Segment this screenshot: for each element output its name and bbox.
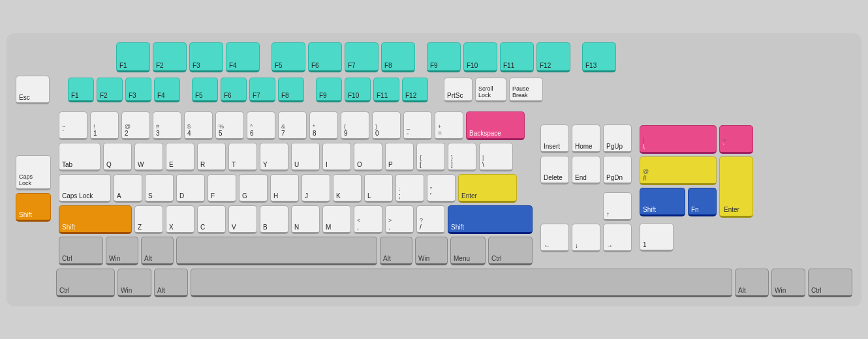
key-0[interactable]: )0 bbox=[372, 111, 401, 140]
key-f4[interactable]: F4 bbox=[154, 78, 180, 102]
key-slash[interactable]: ?/ bbox=[416, 205, 445, 234]
key-pause-break[interactable]: PauseBreak bbox=[509, 78, 543, 102]
key-extra-f2[interactable]: F2 bbox=[153, 42, 187, 72]
key-v[interactable]: V bbox=[228, 205, 257, 234]
key-space[interactable] bbox=[176, 237, 377, 265]
key-1[interactable]: !1 bbox=[90, 111, 119, 140]
key-ctrl-left-2[interactable]: Ctrl bbox=[56, 269, 115, 297]
key-7[interactable]: &7 bbox=[278, 111, 307, 140]
key-shift-left[interactable]: Shift bbox=[59, 205, 132, 234]
key-extra-f3[interactable]: F3 bbox=[189, 42, 223, 72]
key-extra-f5[interactable]: F5 bbox=[271, 42, 305, 72]
key-pgup[interactable]: PgUp bbox=[603, 125, 632, 153]
key-minus[interactable]: _- bbox=[403, 111, 432, 140]
key-9[interactable]: (9 bbox=[341, 111, 369, 140]
key-w[interactable]: W bbox=[134, 143, 163, 171]
key-insert[interactable]: Insert bbox=[540, 125, 569, 153]
key-tab[interactable]: Tab bbox=[59, 143, 101, 171]
key-a[interactable]: A bbox=[114, 174, 142, 203]
key-caps-lock-left[interactable]: CapsLock bbox=[16, 155, 51, 190]
key-alt-right[interactable]: Alt bbox=[380, 237, 412, 265]
key-arrow-down[interactable]: ↓ bbox=[572, 224, 600, 252]
key-alt-right-2[interactable]: Alt bbox=[735, 269, 769, 297]
key-pipe-right[interactable]: |\ bbox=[640, 125, 717, 154]
key-win-right[interactable]: Win bbox=[415, 237, 448, 265]
key-arrow-left[interactable]: ← bbox=[540, 224, 569, 252]
key-arrow-right[interactable]: → bbox=[603, 224, 632, 252]
key-win-right-2[interactable]: Win bbox=[771, 269, 805, 297]
key-comma[interactable]: <, bbox=[354, 205, 382, 234]
key-caps-lock[interactable]: Caps Lock bbox=[59, 174, 111, 203]
key-extra-f7[interactable]: F7 bbox=[345, 42, 379, 72]
key-shift-right[interactable]: Shift bbox=[448, 205, 533, 234]
key-arrow-up[interactable]: ↑ bbox=[603, 192, 632, 221]
key-2[interactable]: @2 bbox=[121, 111, 150, 140]
key-period[interactable]: >. bbox=[385, 205, 414, 234]
key-quote[interactable]: "' bbox=[427, 174, 456, 203]
key-end[interactable]: End bbox=[572, 156, 600, 184]
key-scroll-lock[interactable]: ScrollLock bbox=[475, 78, 506, 102]
key-r[interactable]: R bbox=[197, 143, 226, 171]
key-win-left[interactable]: Win bbox=[106, 237, 138, 265]
key-b[interactable]: B bbox=[260, 205, 288, 234]
key-5[interactable]: %5 bbox=[215, 111, 244, 140]
key-f5[interactable]: F5 bbox=[192, 78, 218, 102]
key-extra-f13[interactable]: F13 bbox=[582, 42, 616, 72]
key-ctrl-left[interactable]: Ctrl bbox=[59, 237, 103, 265]
key-f11[interactable]: F11 bbox=[373, 78, 399, 102]
key-s[interactable]: S bbox=[145, 174, 174, 203]
key-f[interactable]: F bbox=[208, 174, 236, 203]
key-g[interactable]: G bbox=[239, 174, 268, 203]
key-enter-right[interactable]: Enter bbox=[719, 156, 753, 218]
key-rbracket[interactable]: }] bbox=[448, 143, 476, 171]
key-ctrl-right-2[interactable]: Ctrl bbox=[808, 269, 852, 297]
key-extra-f4[interactable]: F4 bbox=[226, 42, 260, 72]
key-i[interactable]: I bbox=[322, 143, 351, 171]
key-q[interactable]: Q bbox=[103, 143, 132, 171]
key-home[interactable]: Home bbox=[572, 125, 600, 153]
key-win-left-2[interactable]: Win bbox=[117, 269, 151, 297]
key-enter-main[interactable]: Enter bbox=[458, 174, 517, 203]
key-equals[interactable]: += bbox=[435, 111, 463, 140]
key-pgdn[interactable]: PgDn bbox=[603, 156, 632, 184]
key-f3[interactable]: F3 bbox=[125, 78, 151, 102]
key-prtsc[interactable]: PrtSc bbox=[444, 78, 473, 102]
key-shift-left-extra[interactable]: Shift bbox=[16, 193, 51, 222]
key-f12[interactable]: F12 bbox=[402, 78, 428, 102]
key-4[interactable]: $4 bbox=[184, 111, 213, 140]
key-n[interactable]: N bbox=[291, 205, 320, 234]
key-z[interactable]: Z bbox=[134, 205, 163, 234]
key-delete[interactable]: Delete bbox=[540, 156, 569, 184]
key-6[interactable]: ^6 bbox=[247, 111, 275, 140]
key-alt-left-2[interactable]: Alt bbox=[154, 269, 188, 297]
key-extra-f12[interactable]: F12 bbox=[536, 42, 570, 72]
key-backspace[interactable]: Backspace bbox=[466, 111, 525, 140]
key-3[interactable]: #3 bbox=[153, 111, 181, 140]
key-shift-right2[interactable]: Shift bbox=[640, 188, 685, 216]
key-space-2[interactable] bbox=[191, 269, 732, 297]
key-c[interactable]: C bbox=[197, 205, 226, 234]
key-fn[interactable]: Fn bbox=[688, 188, 717, 216]
key-m[interactable]: M bbox=[322, 205, 351, 234]
key-backtick[interactable]: ~` bbox=[59, 111, 87, 140]
key-f6[interactable]: F6 bbox=[221, 78, 247, 102]
key-extra-f6[interactable]: F6 bbox=[308, 42, 342, 72]
key-j[interactable]: J bbox=[302, 174, 330, 203]
key-o[interactable]: O bbox=[354, 143, 382, 171]
key-x[interactable]: X bbox=[166, 205, 194, 234]
key-t[interactable]: T bbox=[228, 143, 257, 171]
key-semicolon[interactable]: :; bbox=[395, 174, 424, 203]
key-8[interactable]: *8 bbox=[309, 111, 338, 140]
key-extra-f11[interactable]: F11 bbox=[500, 42, 534, 72]
key-numpad-1[interactable]: 1 bbox=[640, 223, 674, 252]
key-backslash[interactable]: |\ bbox=[479, 143, 513, 171]
key-f1[interactable]: F1 bbox=[68, 78, 94, 102]
key-f2[interactable]: F2 bbox=[97, 78, 123, 102]
key-alt-left[interactable]: Alt bbox=[141, 237, 174, 265]
key-at-hash[interactable]: @# bbox=[640, 156, 717, 185]
key-extra-f1[interactable]: F1 bbox=[116, 42, 150, 72]
key-l[interactable]: L bbox=[364, 174, 393, 203]
key-u[interactable]: U bbox=[291, 143, 320, 171]
key-esc[interactable]: Esc bbox=[16, 76, 50, 104]
key-menu[interactable]: Menu bbox=[450, 237, 486, 265]
